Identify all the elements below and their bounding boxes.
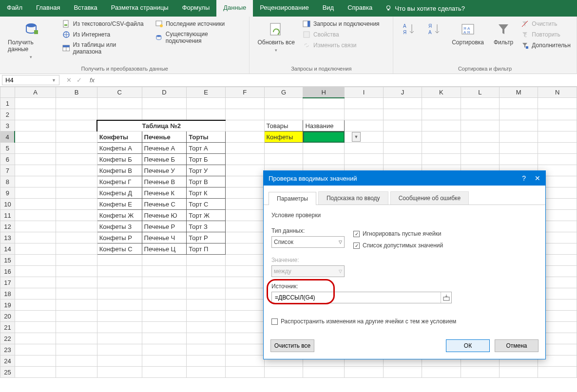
row-header-24[interactable]: 24: [0, 355, 15, 367]
row-header-12[interactable]: 12: [0, 221, 15, 232]
cell-F10[interactable]: [226, 199, 264, 210]
cell-E14[interactable]: Торт П: [187, 243, 226, 255]
cell-G5[interactable]: [264, 143, 303, 154]
dropdown-cell-button[interactable]: ▼: [352, 132, 361, 142]
range-picker-button[interactable]: [441, 292, 451, 303]
row-header-17[interactable]: 17: [0, 277, 15, 288]
cell-A12[interactable]: [15, 221, 56, 232]
cell-N6[interactable]: [538, 154, 577, 165]
name-box[interactable]: H4 ▼: [2, 75, 59, 85]
from-web-button[interactable]: Из Интернета: [61, 30, 145, 39]
row-header-19[interactable]: 19: [0, 299, 15, 311]
cell-H1[interactable]: [303, 98, 345, 109]
cell-E18[interactable]: [187, 288, 226, 299]
cell-D19[interactable]: [142, 299, 187, 311]
cell-A6[interactable]: [15, 154, 56, 165]
cell-B21[interactable]: [56, 322, 97, 333]
cell-E2[interactable]: [187, 109, 226, 120]
col-header-D[interactable]: D: [142, 87, 187, 98]
cancel-formula-icon[interactable]: ✕: [66, 76, 72, 84]
cell-B11[interactable]: [56, 210, 97, 221]
cell-K25[interactable]: [422, 367, 461, 378]
cell-F15[interactable]: [226, 255, 264, 266]
cell-K4[interactable]: [422, 131, 461, 143]
cell-J25[interactable]: [383, 367, 422, 378]
cell-I2[interactable]: [345, 109, 383, 120]
row-header-18[interactable]: 18: [0, 288, 15, 299]
cell-C13[interactable]: Конфеты Р: [97, 232, 142, 243]
cell-C9[interactable]: Конфеты Д: [97, 187, 142, 199]
tab-data[interactable]: Данные: [216, 0, 253, 17]
cell-D12[interactable]: Печенье Р: [142, 221, 187, 232]
cell-C1[interactable]: [97, 98, 142, 109]
help-icon[interactable]: ?: [522, 174, 526, 182]
filter-button[interactable]: Фильтр: [491, 19, 516, 48]
cell-C5[interactable]: Конфеты А: [97, 143, 142, 154]
cell-E20[interactable]: [187, 311, 226, 322]
cell-F24[interactable]: [226, 355, 264, 367]
cell-J3[interactable]: [383, 120, 422, 131]
tab-formulas[interactable]: Формулы: [175, 0, 217, 17]
row-header-4[interactable]: 4: [0, 131, 15, 143]
source-input[interactable]: [272, 293, 441, 302]
advanced-filter-button[interactable]: Дополнительн: [520, 41, 572, 50]
row-header-22[interactable]: 22: [0, 333, 15, 344]
cell-H4[interactable]: [303, 131, 345, 143]
col-header-A[interactable]: A: [15, 87, 56, 98]
cell-D10[interactable]: Печенье С: [142, 199, 187, 210]
cell-B4[interactable]: [56, 131, 97, 143]
cell-F7[interactable]: [226, 165, 264, 176]
cell-F4[interactable]: [226, 131, 264, 143]
get-data-button[interactable]: Получить данные: [5, 19, 58, 61]
cell-M2[interactable]: [499, 109, 538, 120]
cell-L5[interactable]: [461, 143, 499, 154]
cell-B25[interactable]: [56, 367, 97, 378]
cell-E12[interactable]: Торт З: [187, 221, 226, 232]
cell-J6[interactable]: [383, 154, 422, 165]
row-header-20[interactable]: 20: [0, 311, 15, 322]
cell-C12[interactable]: Конфеты З: [97, 221, 142, 232]
cell-B3[interactable]: [56, 120, 97, 131]
cell-B17[interactable]: [56, 277, 97, 288]
tab-view[interactable]: Вид: [316, 0, 341, 17]
cell-C10[interactable]: Конфеты Е: [97, 199, 142, 210]
cell-E25[interactable]: [187, 367, 226, 378]
cell-B10[interactable]: [56, 199, 97, 210]
cell-F2[interactable]: [226, 109, 264, 120]
cell-D8[interactable]: Печенье В: [142, 176, 187, 187]
cell-B9[interactable]: [56, 187, 97, 199]
cell-E11[interactable]: Торт Ж: [187, 210, 226, 221]
cell-J5[interactable]: [383, 143, 422, 154]
cell-D6[interactable]: Печенье Б: [142, 154, 187, 165]
row-header-6[interactable]: 6: [0, 154, 15, 165]
col-header-F[interactable]: F: [226, 87, 264, 98]
cell-F11[interactable]: [226, 210, 264, 221]
cell-D2[interactable]: [142, 109, 187, 120]
tab-home[interactable]: Главная: [29, 0, 67, 17]
cell-F22[interactable]: [226, 333, 264, 344]
cell-E24[interactable]: [187, 355, 226, 367]
cell-A16[interactable]: [15, 266, 56, 277]
cell-I6[interactable]: [345, 154, 383, 165]
cell-E8[interactable]: Торт В: [187, 176, 226, 187]
cell-C7[interactable]: Конфеты В: [97, 165, 142, 176]
col-header-H[interactable]: H: [303, 87, 345, 98]
row-header-16[interactable]: 16: [0, 266, 15, 277]
formula-input[interactable]: [97, 75, 577, 85]
cell-B8[interactable]: [56, 176, 97, 187]
cell-G25[interactable]: [264, 367, 303, 378]
col-header-C[interactable]: C: [97, 87, 142, 98]
row-header-23[interactable]: 23: [0, 344, 15, 355]
chevron-down-icon[interactable]: ▼: [52, 78, 56, 83]
cell-H3[interactable]: Название: [303, 120, 345, 131]
cell-F18[interactable]: [226, 288, 264, 299]
recent-sources-button[interactable]: Последние источники: [154, 19, 244, 28]
cell-B7[interactable]: [56, 165, 97, 176]
cell-B2[interactable]: [56, 109, 97, 120]
row-header-21[interactable]: 21: [0, 322, 15, 333]
cell-E21[interactable]: [187, 322, 226, 333]
cell-I25[interactable]: [345, 367, 383, 378]
cell-C14[interactable]: Конфеты С: [97, 243, 142, 255]
cell-E15[interactable]: [187, 255, 226, 266]
cell-C11[interactable]: Конфеты Ж: [97, 210, 142, 221]
